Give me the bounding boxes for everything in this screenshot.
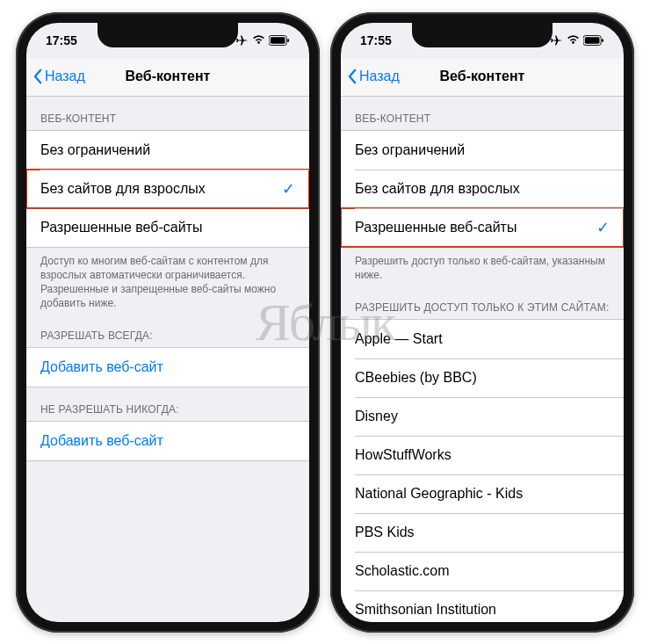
- wifi-icon: [252, 35, 265, 46]
- back-label: Назад: [359, 69, 400, 84]
- site-label: CBeebies (by BBC): [355, 370, 477, 386]
- section-footer: Доступ ко многим веб-сайтам с контентом …: [26, 248, 309, 315]
- svg-rect-1: [271, 37, 285, 43]
- site-row[interactable]: Disney: [341, 397, 624, 436]
- section-footer: Разрешить доступ только к веб-сайтам, ук…: [341, 248, 624, 286]
- iphone-left: 17:55 Назад Веб-контент ВЕБ-КОНТЕНТ Без …: [16, 12, 320, 633]
- site-label: Disney: [355, 409, 398, 424]
- battery-icon: [583, 35, 604, 46]
- airplane-icon: [236, 34, 249, 47]
- chevron-left-icon: [348, 69, 358, 84]
- site-label: HowStuffWorks: [355, 447, 451, 463]
- option-row[interactable]: Без ограничений: [341, 131, 624, 170]
- site-label: Apple — Start: [355, 331, 443, 347]
- option-label: Без сайтов для взрослых: [40, 181, 206, 197]
- airplane-icon: [551, 34, 563, 47]
- option-row[interactable]: Разрешенные веб-сайты: [26, 208, 309, 247]
- nav-bar: Назад Веб-контент: [341, 58, 624, 97]
- svg-rect-5: [602, 39, 603, 42]
- status-icons: [551, 34, 604, 47]
- add-website-allow[interactable]: Добавить веб-сайт: [26, 348, 309, 387]
- content-right[interactable]: ВЕБ-КОНТЕНТ Без ограниченийБез сайтов дл…: [341, 97, 624, 622]
- site-row[interactable]: CBeebies (by BBC): [341, 358, 624, 397]
- chevron-left-icon: [33, 69, 43, 84]
- checkmark-icon: ✓: [596, 218, 610, 237]
- option-label: Без ограничений: [40, 142, 150, 158]
- site-label: Scholastic.com: [355, 563, 450, 579]
- battery-icon: [269, 35, 290, 46]
- site-label: Smithsonian Institution: [355, 602, 496, 618]
- status-icons: [236, 34, 290, 47]
- iphone-right: 17:55 Назад Веб-контент ВЕБ-КОНТЕНТ Без …: [330, 12, 634, 633]
- back-button[interactable]: Назад: [348, 69, 400, 84]
- site-row[interactable]: National Geographic - Kids: [341, 474, 624, 513]
- options-group: Без ограниченийБез сайтов для взрослыхРа…: [341, 130, 624, 248]
- section-header-deny: НЕ РАЗРЕШАТЬ НИКОГДА:: [26, 387, 309, 421]
- option-row[interactable]: Разрешенные веб-сайты✓: [341, 208, 624, 247]
- screen-left: 17:55 Назад Веб-контент ВЕБ-КОНТЕНТ Без …: [26, 23, 309, 622]
- site-label: National Geographic - Kids: [355, 486, 523, 502]
- back-label: Назад: [45, 69, 85, 84]
- site-row[interactable]: Scholastic.com: [341, 552, 624, 590]
- screen-right: 17:55 Назад Веб-контент ВЕБ-КОНТЕНТ Без …: [341, 23, 624, 622]
- section-header-sites: РАЗРЕШИТЬ ДОСТУП ТОЛЬКО К ЭТИМ САЙТАМ:: [341, 286, 624, 319]
- notch: [412, 23, 552, 47]
- checkmark-icon: ✓: [282, 179, 295, 199]
- svg-rect-4: [585, 37, 600, 43]
- option-label: Разрешенные веб-сайты: [355, 220, 516, 235]
- add-website-deny[interactable]: Добавить веб-сайт: [26, 422, 309, 460]
- content-left[interactable]: ВЕБ-КОНТЕНТ Без ограниченийБез сайтов дл…: [26, 97, 309, 622]
- notch: [98, 23, 238, 47]
- site-label: PBS Kids: [355, 525, 415, 540]
- status-time: 17:55: [360, 33, 392, 47]
- option-row[interactable]: Без сайтов для взрослых✓: [26, 170, 309, 208]
- section-header-webcontent: ВЕБ-КОНТЕНТ: [26, 97, 309, 130]
- svg-rect-2: [287, 39, 289, 42]
- site-row[interactable]: Apple — Start: [341, 320, 624, 358]
- back-button[interactable]: Назад: [33, 69, 85, 84]
- option-label: Без ограничений: [355, 142, 465, 158]
- allow-group: Добавить веб-сайт: [26, 347, 309, 387]
- sites-group: Apple — StartCBeebies (by BBC)DisneyHowS…: [341, 319, 624, 622]
- wifi-icon: [567, 35, 580, 46]
- nav-bar: Назад Веб-контент: [26, 58, 309, 97]
- site-row[interactable]: Smithsonian Institution: [341, 590, 624, 622]
- option-row[interactable]: Без сайтов для взрослых: [341, 170, 624, 208]
- site-row[interactable]: HowStuffWorks: [341, 436, 624, 474]
- deny-group: Добавить веб-сайт: [26, 421, 309, 461]
- section-header-allow: РАЗРЕШАТЬ ВСЕГДА:: [26, 314, 309, 347]
- options-group: Без ограниченийБез сайтов для взрослых✓Р…: [26, 130, 309, 248]
- option-label: Разрешенные веб-сайты: [40, 220, 202, 235]
- option-row[interactable]: Без ограничений: [26, 131, 309, 170]
- option-label: Без сайтов для взрослых: [355, 181, 520, 197]
- status-time: 17:55: [46, 33, 77, 47]
- section-header-webcontent: ВЕБ-КОНТЕНТ: [341, 97, 624, 130]
- site-row[interactable]: PBS Kids: [341, 513, 624, 552]
